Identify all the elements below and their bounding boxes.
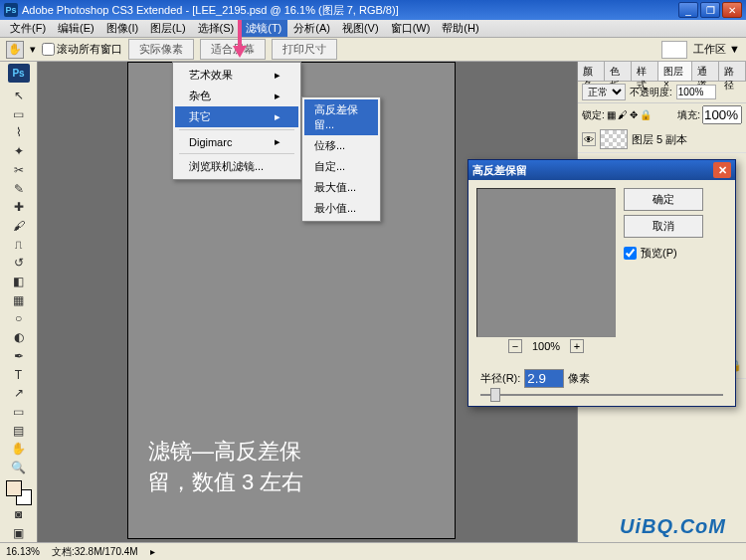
fit-screen-button[interactable]: 适合屏幕 xyxy=(200,39,266,60)
lock-position-icon[interactable]: ✥ xyxy=(630,109,638,120)
brush-tool[interactable]: 🖌 xyxy=(8,217,30,236)
menu-item-other[interactable]: 其它▸ xyxy=(175,106,298,127)
quickmask-tool[interactable]: ◙ xyxy=(8,505,30,524)
slider-thumb[interactable] xyxy=(490,388,500,402)
history-brush-tool[interactable]: ↺ xyxy=(8,254,30,273)
ps-icon[interactable]: Ps xyxy=(8,64,30,83)
tab-styles[interactable]: 样式 xyxy=(632,62,658,81)
menu-item-minimum[interactable]: 最小值... xyxy=(304,198,378,219)
dialog-titlebar[interactable]: 高反差保留 ✕ xyxy=(468,160,735,180)
workspace-icon[interactable] xyxy=(661,41,687,59)
dialog-close-button[interactable]: ✕ xyxy=(713,162,731,178)
healing-tool[interactable]: ✚ xyxy=(8,198,30,217)
opacity-label: 不透明度: xyxy=(630,86,672,99)
print-size-button[interactable]: 打印尺寸 xyxy=(272,39,337,60)
notes-tool[interactable]: ▤ xyxy=(8,421,30,440)
fill-input[interactable] xyxy=(702,105,742,124)
zoom-percent[interactable]: 16.13% xyxy=(6,546,40,557)
arrow-icon: ▸ xyxy=(275,69,280,82)
eyedropper-tool[interactable]: ✎ xyxy=(8,179,30,198)
radius-unit: 像素 xyxy=(568,371,590,386)
actual-pixels-button[interactable]: 实际像素 xyxy=(128,39,194,60)
minimize-button[interactable]: _ xyxy=(678,2,698,18)
zoom-in-button[interactable]: + xyxy=(570,339,584,353)
blend-row: 正常 不透明度: xyxy=(578,82,746,102)
dropdown-icon[interactable]: ▾ xyxy=(30,43,36,56)
lock-image-icon[interactable]: 🖌 xyxy=(618,109,628,120)
scroll-all-checkbox[interactable]: 滚动所有窗口 xyxy=(42,42,122,57)
menu-window[interactable]: 窗口(W) xyxy=(385,20,437,37)
pen-tool[interactable]: ✒ xyxy=(8,347,30,366)
dodge-tool[interactable]: ◐ xyxy=(8,328,30,347)
watermark: UiBQ.CoM xyxy=(620,515,726,538)
doc-size: 文档:32.8M/170.4M xyxy=(52,545,138,559)
menu-filter[interactable]: 滤镜(T) xyxy=(240,20,287,37)
tab-layers[interactable]: 图层 × xyxy=(658,62,692,81)
tab-paths[interactable]: 路径 xyxy=(719,62,746,81)
menu-edit[interactable]: 编辑(E) xyxy=(52,20,100,37)
wand-tool[interactable]: ✦ xyxy=(8,142,30,161)
lasso-tool[interactable]: ⌇ xyxy=(8,123,30,142)
menu-item-noise[interactable]: 杂色▸ xyxy=(175,86,298,106)
menu-item-artistic[interactable]: 艺术效果▸ xyxy=(175,65,298,86)
menu-file[interactable]: 文件(F) xyxy=(4,20,52,37)
menu-help[interactable]: 帮助(H) xyxy=(436,20,484,37)
opacity-input[interactable] xyxy=(676,85,716,99)
zoom-level: 100% xyxy=(532,340,560,352)
radius-slider[interactable] xyxy=(468,394,735,406)
highpass-dialog: 高反差保留 ✕ − 100% + 确定 取消 预览(P) 半径(R): 像素 xyxy=(467,159,736,407)
menu-image[interactable]: 图像(I) xyxy=(100,20,144,37)
marquee-tool[interactable]: ▭ xyxy=(8,104,30,123)
visibility-icon[interactable]: 👁 xyxy=(582,132,596,146)
menu-view[interactable]: 视图(V) xyxy=(336,20,385,37)
shape-tool[interactable]: ▭ xyxy=(8,403,30,422)
menu-layer[interactable]: 图层(L) xyxy=(144,20,191,37)
path-tool[interactable]: ↗ xyxy=(8,384,30,403)
lock-transparency-icon[interactable]: ▦ xyxy=(607,109,616,120)
blur-tool[interactable]: ○ xyxy=(8,309,30,328)
blend-mode-select[interactable]: 正常 xyxy=(582,84,626,100)
menu-select[interactable]: 选择(S) xyxy=(192,20,241,37)
layer-row[interactable]: 👁 图层 5 副本 xyxy=(578,126,746,153)
tab-swatches[interactable]: 色板 xyxy=(605,62,632,81)
tutorial-caption: 滤镜—高反差保 留，数值 3 左右 xyxy=(148,437,303,498)
stamp-tool[interactable]: ⎍ xyxy=(8,235,30,254)
cancel-button[interactable]: 取消 xyxy=(624,215,703,238)
menu-analysis[interactable]: 分析(A) xyxy=(287,20,336,37)
gradient-tool[interactable]: ▦ xyxy=(8,290,30,309)
filter-preview[interactable] xyxy=(476,188,616,337)
menu-item-maximum[interactable]: 最大值... xyxy=(304,177,378,198)
crop-tool[interactable]: ✂ xyxy=(8,161,30,180)
chevron-right-icon[interactable]: ▸ xyxy=(150,546,155,557)
menu-item-digimarc[interactable]: Digimarc▸ xyxy=(175,132,298,151)
menu-item-custom[interactable]: 自定... xyxy=(304,156,378,177)
move-tool[interactable]: ↖ xyxy=(8,87,30,105)
preview-checkbox[interactable]: 预览(P) xyxy=(624,246,703,261)
layer-name: 图层 5 副本 xyxy=(632,132,687,147)
zoom-tool[interactable]: 🔍 xyxy=(8,459,30,477)
menu-item-offset[interactable]: 位移... xyxy=(304,135,378,156)
screenmode-tool[interactable]: ▣ xyxy=(8,523,30,542)
menu-item-browse-filters[interactable]: 浏览联机滤镜... xyxy=(175,156,298,177)
color-swatch[interactable] xyxy=(6,480,32,504)
menu-item-highpass[interactable]: 高反差保留... xyxy=(304,99,378,135)
maximize-button[interactable]: ❐ xyxy=(700,2,720,18)
lock-all-icon[interactable]: 🔒 xyxy=(640,109,652,120)
radius-input[interactable] xyxy=(524,369,564,388)
type-tool[interactable]: T xyxy=(8,365,30,384)
hand-tool-icon[interactable]: ✋ xyxy=(6,41,24,59)
layer-thumbnail[interactable] xyxy=(600,129,628,149)
tab-channels[interactable]: 通道 xyxy=(692,62,719,81)
foreground-color[interactable] xyxy=(6,480,22,496)
eraser-tool[interactable]: ◧ xyxy=(8,273,30,291)
workspace-dropdown[interactable]: 工作区 ▼ xyxy=(693,42,740,57)
panel-tabs: 颜色 色板 样式 图层 × 通道 路径 xyxy=(578,62,746,82)
close-button[interactable]: ✕ xyxy=(722,2,742,18)
tab-color[interactable]: 颜色 xyxy=(578,62,605,81)
hand-tool[interactable]: ✋ xyxy=(8,440,30,459)
ok-button[interactable]: 确定 xyxy=(624,188,703,211)
app-icon: Ps xyxy=(4,3,18,17)
other-submenu: 高反差保留... 位移... 自定... 最大值... 最小值... xyxy=(301,96,381,222)
status-bar: 16.13% 文档:32.8M/170.4M ▸ xyxy=(0,542,746,560)
zoom-out-button[interactable]: − xyxy=(508,339,522,353)
